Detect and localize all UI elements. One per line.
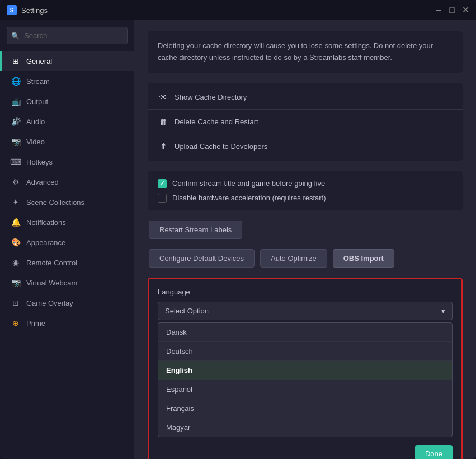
titlebar: S Settings – □ ✕ <box>0 0 476 20</box>
sidebar-item-label: Prime <box>26 319 45 327</box>
sidebar-item-label: Output <box>26 97 48 106</box>
audio-icon: 🔊 <box>11 116 21 127</box>
sidebar-item-hotkeys[interactable]: ⌨ Hotkeys <box>0 152 134 172</box>
configure-default-devices-button[interactable]: Configure Default Devices <box>149 249 255 268</box>
restart-stream-labels-button[interactable]: Restart Stream Labels <box>149 221 242 239</box>
bottom-buttons-row: Configure Default Devices Auto Optimize … <box>148 249 463 268</box>
done-row: Done <box>158 445 453 459</box>
done-button[interactable]: Done <box>415 445 453 459</box>
language-option-magyar[interactable]: Magyar <box>158 418 452 437</box>
sidebar-item-notifications[interactable]: 🔔 Notifications <box>0 212 134 232</box>
prime-icon: ⊕ <box>11 318 21 328</box>
disable-hw-row[interactable]: Disable hardware acceleration (requires … <box>158 194 453 203</box>
search-input[interactable] <box>7 27 128 44</box>
stream-icon: 🌐 <box>11 76 21 86</box>
search-box: 🔍 <box>7 27 128 44</box>
sidebar-item-appearance[interactable]: 🎨 Appearance <box>0 232 134 252</box>
sidebar-item-label: Virtual Webcam <box>26 279 77 287</box>
maximize-button[interactable]: □ <box>448 6 456 14</box>
sidebar-item-label: Video <box>26 138 45 146</box>
settings-window: S Settings – □ ✕ 🔍 ⊞ General 🌐 Stream <box>0 0 476 459</box>
auto-optimize-button[interactable]: Auto Optimize <box>260 249 327 268</box>
window-title: Settings <box>21 6 435 15</box>
options-box: ✓ Confirm stream title and game before g… <box>148 171 463 210</box>
scene-collections-icon: ✦ <box>11 197 21 207</box>
chevron-down-icon: ▾ <box>441 307 445 315</box>
output-icon: 📺 <box>11 96 21 106</box>
sidebar-item-label: Stream <box>26 77 50 86</box>
minimize-button[interactable]: – <box>435 6 442 14</box>
sidebar: 🔍 ⊞ General 🌐 Stream 📺 Output 🔊 Audio 📷 <box>0 20 134 459</box>
sidebar-item-virtual-webcam[interactable]: 📷 Virtual Webcam <box>0 273 134 293</box>
show-cache-button[interactable]: 👁 Show Cache Directory <box>148 87 463 107</box>
disable-hw-checkbox[interactable] <box>158 194 167 203</box>
sidebar-item-label: Game Overlay <box>26 299 73 307</box>
close-button[interactable]: ✕ <box>461 6 469 14</box>
main-layout: 🔍 ⊞ General 🌐 Stream 📺 Output 🔊 Audio 📷 <box>0 20 476 459</box>
divider <box>148 109 463 110</box>
video-icon: 📷 <box>11 137 21 147</box>
window-controls: – □ ✕ <box>435 6 469 14</box>
advanced-icon: ⚙ <box>11 177 21 187</box>
sidebar-item-advanced[interactable]: ⚙ Advanced <box>0 172 134 192</box>
language-label: Language <box>158 288 453 296</box>
cache-actions-panel: 👁 Show Cache Directory 🗑 Delete Cache an… <box>148 83 463 161</box>
search-icon: 🔍 <box>11 32 20 40</box>
info-text: Deleting your cache directory will cause… <box>158 41 433 62</box>
sidebar-item-remote-control[interactable]: ◉ Remote Control <box>0 252 134 273</box>
sidebar-item-label: Scene Collections <box>26 198 84 207</box>
divider <box>148 134 463 134</box>
sidebar-item-general[interactable]: ⊞ General <box>0 51 134 71</box>
obs-import-button[interactable]: OBS Import <box>333 249 394 268</box>
restart-row: Restart Stream Labels <box>148 221 463 239</box>
sidebar-item-prime[interactable]: ⊕ Prime <box>0 313 134 333</box>
sidebar-item-label: Audio <box>26 118 45 126</box>
sidebar-item-video[interactable]: 📷 Video <box>0 132 134 152</box>
notifications-icon: 🔔 <box>11 217 21 227</box>
hotkeys-icon: ⌨ <box>11 157 21 167</box>
sidebar-item-game-overlay[interactable]: ⊡ Game Overlay <box>0 293 134 313</box>
language-option-english[interactable]: English <box>158 361 452 380</box>
sidebar-item-label: Notifications <box>26 218 66 227</box>
sidebar-item-scene-collections[interactable]: ✦ Scene Collections <box>0 192 134 212</box>
language-option-dansk[interactable]: Dansk <box>158 323 452 342</box>
sidebar-item-output[interactable]: 📺 Output <box>0 91 134 111</box>
sidebar-item-stream[interactable]: 🌐 Stream <box>0 71 134 91</box>
upload-cache-label: Upload Cache to Developers <box>175 142 267 151</box>
trash-icon: 🗑 <box>158 117 169 127</box>
sidebar-item-label: Advanced <box>26 178 59 186</box>
language-option-francais[interactable]: Français <box>158 399 452 418</box>
eye-icon: 👁 <box>158 92 169 102</box>
confirm-stream-checkbox[interactable]: ✓ <box>158 179 167 188</box>
remote-control-icon: ◉ <box>11 257 21 268</box>
sidebar-item-label: Appearance <box>26 238 65 247</box>
upload-cache-button[interactable]: ⬆ Upload Cache to Developers <box>148 137 463 157</box>
game-overlay-icon: ⊡ <box>11 298 21 308</box>
show-cache-label: Show Cache Directory <box>175 93 247 101</box>
language-dropdown: Dansk Deutsch English Español Français M… <box>158 322 453 437</box>
sidebar-item-audio[interactable]: 🔊 Audio <box>0 111 134 132</box>
disable-hw-label: Disable hardware acceleration (requires … <box>172 194 326 202</box>
app-icon: S <box>7 5 17 15</box>
language-section: Language Select Option ▾ Dansk Deutsch E… <box>148 278 463 459</box>
delete-cache-button[interactable]: 🗑 Delete Cache and Restart <box>148 112 463 132</box>
upload-icon: ⬆ <box>158 142 169 152</box>
general-icon: ⊞ <box>11 56 21 66</box>
appearance-icon: 🎨 <box>11 237 21 247</box>
sidebar-item-label: Hotkeys <box>26 158 53 166</box>
language-option-espanol[interactable]: Español <box>158 380 452 399</box>
language-option-deutsch[interactable]: Deutsch <box>158 342 452 361</box>
confirm-stream-row[interactable]: ✓ Confirm stream title and game before g… <box>158 179 453 188</box>
sidebar-item-label: General <box>26 57 52 65</box>
info-box: Deleting your cache directory will cause… <box>148 31 463 73</box>
content-area: Deleting your cache directory will cause… <box>134 20 476 459</box>
delete-cache-label: Delete Cache and Restart <box>175 118 258 126</box>
sidebar-item-label: Remote Control <box>26 259 77 267</box>
virtual-webcam-icon: 📷 <box>11 278 21 288</box>
select-option-text: Select Option <box>165 307 209 315</box>
language-select[interactable]: Select Option ▾ <box>158 302 453 320</box>
confirm-stream-label: Confirm stream title and game before goi… <box>172 179 325 188</box>
